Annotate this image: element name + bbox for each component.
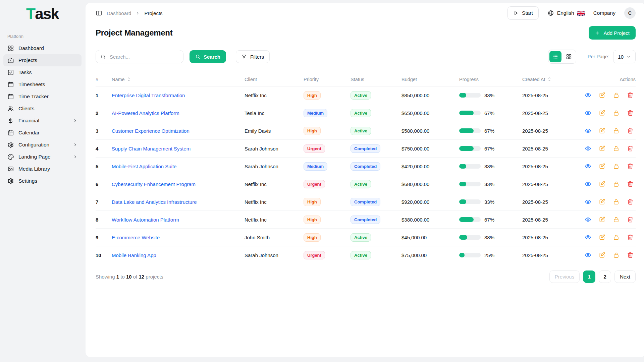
project-name-link[interactable]: Cybersecurity Enhancement Program xyxy=(112,181,196,187)
user-avatar[interactable]: C xyxy=(624,7,636,19)
view-action-button[interactable] xyxy=(585,198,591,205)
edit-action-button[interactable] xyxy=(599,163,605,170)
lock-action-button[interactable] xyxy=(613,145,620,152)
start-button[interactable]: Start xyxy=(507,6,539,20)
view-action-button[interactable] xyxy=(585,145,591,152)
funnel-icon xyxy=(241,54,247,59)
table-row: 4 Supply Chain Management System Sarah J… xyxy=(96,140,636,158)
column-header-created-at[interactable]: Created At xyxy=(522,77,585,82)
content-card: Dashboard Projects Start xyxy=(86,3,644,357)
platform-section-label: Platform xyxy=(7,34,82,39)
edit-action-button[interactable] xyxy=(599,198,605,205)
sidebar-item-time-tracker[interactable]: Time Tracker xyxy=(3,90,82,103)
budget-cell: $75,000.00 xyxy=(401,252,459,258)
sidebar-item-timesheets[interactable]: Timesheets xyxy=(3,78,82,90)
project-name-link[interactable]: Workflow Automation Platform xyxy=(112,217,179,223)
sidebar-item-clients[interactable]: Clients xyxy=(3,103,82,115)
page-button-2[interactable]: 2 xyxy=(599,270,611,283)
project-name-link[interactable]: Mobile-First Application Suite xyxy=(112,164,176,169)
row-number: 3 xyxy=(96,128,112,134)
delete-action-button[interactable] xyxy=(627,127,634,134)
progress-bar xyxy=(459,235,481,240)
project-name-link[interactable]: Supply Chain Management System xyxy=(112,146,191,152)
lock-icon xyxy=(613,127,620,134)
lock-action-button[interactable] xyxy=(613,110,620,116)
lock-action-button[interactable] xyxy=(613,92,620,99)
sidebar-item-media-library[interactable]: Media Library xyxy=(3,163,82,175)
sidebar-toggle-icon[interactable] xyxy=(96,10,102,16)
view-action-button[interactable] xyxy=(585,252,591,258)
edit-action-button[interactable] xyxy=(599,127,605,134)
project-name-link[interactable]: Customer Experience Optimization xyxy=(112,128,190,134)
search-input[interactable] xyxy=(109,54,179,60)
next-page-button[interactable]: Next xyxy=(614,270,636,283)
lock-action-button[interactable] xyxy=(613,198,620,205)
created-at-cell: 2025-08-25 xyxy=(522,164,585,169)
sidebar-item-calendar[interactable]: Calendar xyxy=(3,127,82,139)
grid-view-button[interactable] xyxy=(563,51,575,62)
project-name-link[interactable]: Data Lake and Analytics Infrastructure xyxy=(112,199,197,205)
eye-icon xyxy=(585,127,591,134)
lock-action-button[interactable] xyxy=(613,163,620,170)
column-header-name[interactable]: Name xyxy=(112,77,245,82)
project-name-link[interactable]: Mobile Banking App xyxy=(112,252,156,258)
edit-icon xyxy=(599,110,605,116)
edit-action-button[interactable] xyxy=(599,234,605,241)
eye-icon xyxy=(585,216,591,223)
status-badge: Active xyxy=(351,109,371,117)
sidebar-item-tasks[interactable]: Tasks xyxy=(3,66,82,78)
view-action-button[interactable] xyxy=(585,92,591,99)
per-page-select[interactable]: 10 xyxy=(613,50,636,63)
lock-action-button[interactable] xyxy=(613,252,620,258)
table-header-row: # Name Client Priority Status Budget Pro… xyxy=(96,72,636,86)
edit-action-button[interactable] xyxy=(599,181,605,187)
sidebar-item-financial[interactable]: Financial xyxy=(3,115,82,127)
delete-action-button[interactable] xyxy=(627,163,634,170)
view-action-button[interactable] xyxy=(585,110,591,116)
edit-action-button[interactable] xyxy=(599,110,605,116)
lock-action-button[interactable] xyxy=(613,127,620,134)
lock-action-button[interactable] xyxy=(613,181,620,187)
eye-icon xyxy=(585,163,591,170)
client-cell: Sarah Johnson xyxy=(245,252,304,258)
delete-action-button[interactable] xyxy=(627,110,634,116)
view-action-button[interactable] xyxy=(585,163,591,170)
edit-action-button[interactable] xyxy=(599,216,605,223)
previous-page-button[interactable]: Previous xyxy=(549,270,580,283)
lock-action-button[interactable] xyxy=(613,216,620,223)
view-action-button[interactable] xyxy=(585,181,591,187)
sidebar-item-dashboard[interactable]: Dashboard xyxy=(3,42,82,54)
sidebar: Task Platform Dashboard Projects Tasks T… xyxy=(0,0,85,362)
delete-action-button[interactable] xyxy=(627,234,634,241)
sidebar-item-configuration[interactable]: Configuration xyxy=(3,139,82,151)
breadcrumb-dashboard-link[interactable]: Dashboard xyxy=(107,10,131,16)
edit-action-button[interactable] xyxy=(599,145,605,152)
edit-action-button[interactable] xyxy=(599,252,605,258)
sidebar-item-projects[interactable]: Projects xyxy=(3,54,82,66)
delete-action-button[interactable] xyxy=(627,252,634,258)
list-view-button[interactable] xyxy=(549,51,561,62)
sidebar-item-settings[interactable]: Settings xyxy=(3,175,82,187)
sidebar-item-landing-page[interactable]: Landing Page xyxy=(3,151,82,163)
delete-action-button[interactable] xyxy=(627,145,634,152)
edit-action-button[interactable] xyxy=(599,92,605,99)
language-selector[interactable]: English xyxy=(547,10,585,16)
view-action-button[interactable] xyxy=(585,234,591,241)
filters-button[interactable]: Filters xyxy=(236,50,270,63)
add-project-button[interactable]: Add Project xyxy=(589,26,636,40)
project-name-link[interactable]: E-commerce Website xyxy=(112,235,160,240)
delete-action-button[interactable] xyxy=(627,216,634,223)
pagination: Previous 1 2 Next xyxy=(549,270,636,283)
view-action-button[interactable] xyxy=(585,216,591,223)
delete-action-button[interactable] xyxy=(627,92,634,99)
project-name-link[interactable]: Enterprise Digital Transformation xyxy=(112,93,185,98)
page-button-1[interactable]: 1 xyxy=(583,270,595,283)
company-menu[interactable]: Company xyxy=(593,10,615,16)
delete-action-button[interactable] xyxy=(627,198,634,205)
app-logo[interactable]: Task xyxy=(3,2,82,23)
delete-action-button[interactable] xyxy=(627,181,634,187)
lock-action-button[interactable] xyxy=(613,234,620,241)
view-action-button[interactable] xyxy=(585,127,591,134)
search-button[interactable]: Search xyxy=(190,50,226,63)
project-name-link[interactable]: AI-Powered Analytics Platform xyxy=(112,110,179,116)
